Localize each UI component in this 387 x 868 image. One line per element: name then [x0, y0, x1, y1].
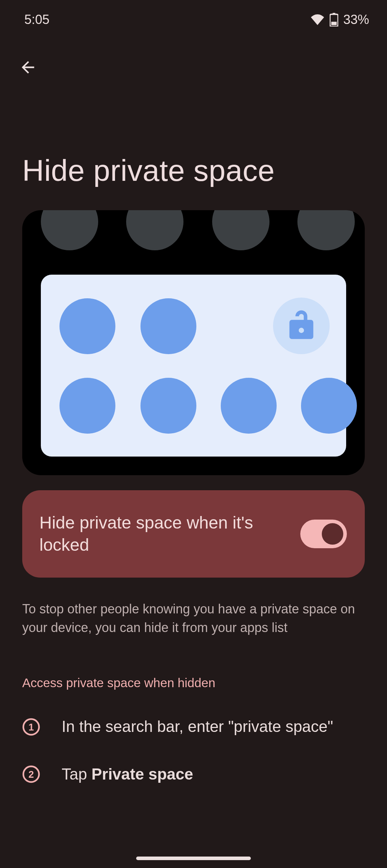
description-text: To stop other people knowing you have a …	[22, 600, 365, 637]
illus-circle-dark	[212, 210, 269, 250]
arrow-left-icon	[19, 58, 37, 77]
illus-circle-dark	[297, 210, 355, 250]
nav-bar-pill[interactable]	[136, 857, 251, 860]
illus-card	[41, 275, 346, 457]
illus-circle-blue	[301, 378, 357, 434]
step-1-text: In the search bar, enter "private space"	[62, 716, 365, 738]
svg-rect-1	[333, 13, 335, 14]
number-2-icon: 2	[22, 765, 40, 783]
step-2-text: Tap Private space	[62, 763, 365, 785]
toggle-label: Hide private space when it's locked	[39, 512, 297, 556]
status-time: 5:05	[24, 12, 49, 27]
illus-circle-blue	[59, 298, 115, 354]
status-battery: 33%	[343, 12, 369, 27]
wifi-icon	[310, 14, 325, 25]
page-title: Hide private space	[22, 153, 387, 188]
step-1: 1 In the search bar, enter "private spac…	[22, 716, 365, 738]
section-header: Access private space when hidden	[22, 676, 365, 690]
hide-toggle-card[interactable]: Hide private space when it's locked	[22, 490, 365, 578]
svg-text:1: 1	[28, 722, 34, 733]
toggle-thumb	[322, 523, 343, 545]
back-button[interactable]	[17, 57, 39, 78]
illus-circle-blue	[59, 378, 115, 434]
number-1-icon: 1	[22, 718, 40, 736]
illus-circle-blue	[140, 298, 196, 354]
status-bar: 5:05 33%	[0, 0, 387, 39]
svg-rect-2	[331, 22, 336, 25]
illustration	[22, 210, 365, 475]
step-2: 2 Tap Private space	[22, 763, 365, 785]
illus-circle-dark	[126, 210, 183, 250]
illus-circle-dark	[41, 210, 98, 250]
illus-circle-blue	[140, 378, 196, 434]
illus-circle-blue	[221, 378, 277, 434]
toggle-switch[interactable]	[300, 520, 347, 548]
status-right: 33%	[310, 12, 369, 27]
unlock-icon	[286, 308, 317, 344]
svg-text:2: 2	[28, 769, 34, 780]
battery-icon	[330, 13, 338, 26]
unlock-icon-circle	[273, 298, 330, 354]
